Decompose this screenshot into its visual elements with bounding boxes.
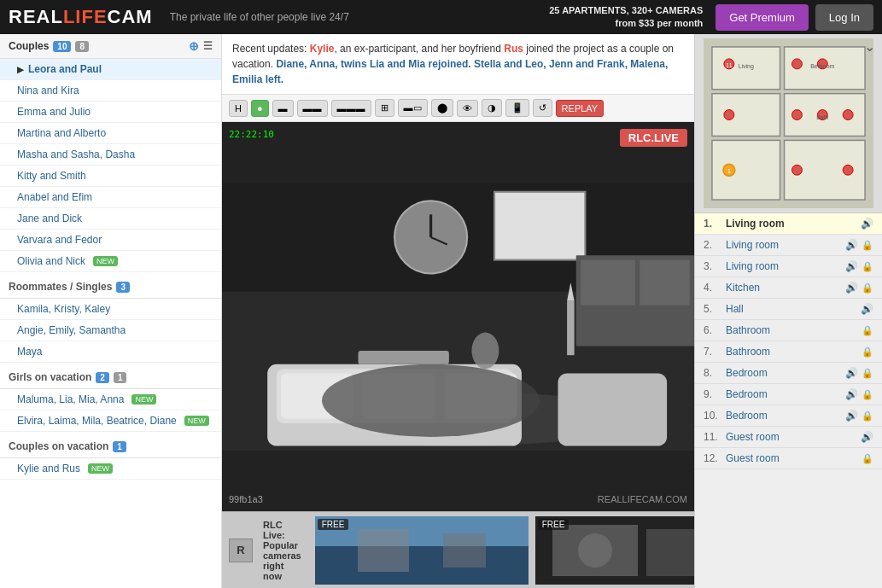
sidebar-item-nina-kira[interactable]: Nina and Kira: [0, 80, 221, 102]
ctrl-h-button[interactable]: H: [229, 100, 248, 117]
ctrl-replay-button[interactable]: REPLAY: [556, 100, 605, 117]
news-bar: Recent updates: Kylie, an ex-participant…: [222, 34, 694, 95]
room-item-11[interactable]: 11. Guest room 🔊: [695, 427, 882, 448]
couples-menu[interactable]: ☰: [203, 40, 213, 52]
camera-watermark: REALLIFECAM.COM: [598, 494, 687, 504]
ctrl-view1-button[interactable]: ▬: [272, 100, 294, 117]
ctrl-grid-button[interactable]: ⊞: [375, 99, 394, 117]
sidebar-item-maluma[interactable]: Maluma, Lia, Mia, Anna NEW: [0, 389, 221, 410]
room-name: Guest room: [726, 431, 857, 443]
sidebar-item-olivia-nick[interactable]: Olivia and Nick NEW: [0, 251, 221, 272]
sound-icon: 🔊: [845, 388, 858, 400]
sound-icon: 🔊: [861, 303, 873, 315]
room-item-6[interactable]: 6. Bathroom 🔒: [695, 320, 882, 341]
thumbnail-2[interactable]: FREE: [535, 516, 694, 585]
room-item-4[interactable]: 4. Kitchen 🔊 🔒: [695, 277, 882, 299]
room-num: 11.: [704, 431, 719, 443]
couples-vac-label: Couples on vacation: [9, 440, 108, 452]
couple-name: Jane and Dick: [17, 212, 82, 224]
svg-rect-23: [315, 546, 529, 585]
svg-point-43: [791, 59, 802, 69]
room-name: Living room: [726, 239, 842, 251]
couple-name: Kitty and Smith: [17, 170, 86, 182]
sound-icon: 🔊: [861, 431, 873, 443]
room-name: Bedroom: [726, 367, 842, 379]
camera-image: [222, 122, 694, 511]
couple-name: Emma and Julio: [17, 106, 91, 118]
couples-label: Couples: [9, 40, 49, 52]
main-layout: Couples 10 8 ⊕ ☰ ▶ Leora and Paul Nina a…: [0, 34, 882, 588]
live-badge: RLC.LIVE: [620, 129, 687, 147]
ctrl-cam-button[interactable]: ⬤: [431, 99, 453, 117]
sidebar-item-emma-julio[interactable]: Emma and Julio: [0, 102, 221, 123]
logo-cam: CAM: [108, 6, 153, 27]
lock-icon: 🔒: [862, 282, 873, 294]
ctrl-half-button[interactable]: ◑: [482, 99, 502, 117]
sidebar-item-maya[interactable]: Maya: [0, 341, 221, 363]
room-item-7[interactable]: 7. Bathroom 🔒: [695, 341, 882, 363]
bottom-section: R RLC Live: Popular cameras right now FR…: [222, 511, 694, 588]
svg-point-45: [724, 110, 734, 120]
floor-plan-svg: 11 1 Living Bedroom Bath: [699, 38, 878, 208]
sidebar-item-masha-sasha[interactable]: Masha and Sasha, Dasha: [0, 144, 221, 166]
lock-icon: 🔒: [862, 346, 873, 358]
sidebar-item-elvira[interactable]: Elvira, Laima, Mila, Beatrice, Diane NEW: [0, 410, 221, 432]
sound-icon: 🔊: [845, 239, 858, 251]
svg-text:Living: Living: [739, 63, 754, 70]
camera-timestamp: 22:22:10: [229, 129, 274, 140]
ctrl-replay-icon-button[interactable]: ↺: [533, 99, 552, 117]
sidebar-item-kamila[interactable]: Kamila, Kristy, Kaley: [0, 299, 221, 320]
couple-name: Martina and Alberto: [17, 127, 106, 139]
room-num: 9.: [704, 388, 719, 400]
couple-name: Leora and Paul: [28, 63, 102, 75]
ctrl-eye-button[interactable]: 👁: [457, 100, 478, 117]
ctrl-view4-button[interactable]: ▬▭: [398, 99, 428, 117]
room-name: Guest room: [726, 452, 858, 464]
svg-rect-28: [646, 529, 694, 576]
sidebar-item-anabel-efim[interactable]: Anabel and Efim: [0, 187, 221, 208]
room-num: 2.: [704, 239, 719, 251]
sidebar-item-leora-paul[interactable]: ▶ Leora and Paul: [0, 59, 221, 80]
room-item-8[interactable]: 8. Bedroom 🔊 🔒: [695, 363, 882, 384]
sidebar-item-varvara-fedor[interactable]: Varvara and Fedor: [0, 230, 221, 251]
lock-icon: 🔒: [862, 240, 873, 251]
ctrl-record-button[interactable]: ●: [251, 100, 269, 117]
room-item-10[interactable]: 10. Bedroom 🔊 🔒: [695, 405, 882, 427]
premium-button[interactable]: Get Premium: [716, 4, 809, 31]
new-badge: NEW: [184, 416, 209, 426]
couples-vacation-header: Couples on vacation 1: [0, 435, 221, 458]
room-item-9[interactable]: 9. Bedroom 🔊 🔒: [695, 384, 882, 405]
roommate-name: Angie, Emily, Samantha: [17, 324, 126, 336]
ctrl-view2-button[interactable]: ▬▬: [297, 100, 328, 117]
girl-name: Maluma, Lia, Mia, Anna: [17, 393, 124, 405]
popular-label: R: [229, 539, 253, 562]
room-item-1[interactable]: 1. Living room 🔊: [695, 213, 882, 235]
svg-text:1: 1: [727, 167, 732, 175]
ctrl-mobile-button[interactable]: 📱: [505, 99, 529, 117]
sound-icon: 🔊: [845, 260, 858, 272]
news-text-1: Recent updates:: [232, 43, 310, 55]
room-item-12[interactable]: 12. Guest room 🔒: [695, 448, 882, 469]
sidebar-item-jane-dick[interactable]: Jane and Dick: [0, 208, 221, 230]
ctrl-view3-button[interactable]: ▬▬▬: [331, 100, 371, 117]
login-button[interactable]: Log In: [815, 4, 873, 31]
girls-badge-2: 1: [114, 372, 127, 383]
lock-icon: 🔒: [862, 410, 873, 422]
sidebar-item-kitty-smith[interactable]: Kitty and Smith: [0, 166, 221, 187]
thumbnail-1[interactable]: FREE: [315, 516, 529, 585]
thumb-free-badge-1: FREE: [318, 519, 349, 530]
sound-icon: 🔊: [845, 282, 858, 294]
roommates-label: Roommates / Singles: [9, 281, 112, 293]
couple-name: Varvara and Fedor: [17, 234, 102, 246]
sidebar-item-angie[interactable]: Angie, Emily, Samantha: [0, 320, 221, 341]
room-item-2[interactable]: 2. Living room 🔊 🔒: [695, 235, 882, 256]
lock-icon: 🔒: [862, 453, 873, 464]
sidebar-item-martina-alberto[interactable]: Martina and Alberto: [0, 123, 221, 144]
camera-id: 99fb1a3: [229, 494, 263, 504]
new-badge: NEW: [131, 394, 156, 405]
expand-button[interactable]: ⌄: [864, 38, 875, 55]
room-item-5[interactable]: 5. Hall 🔊: [695, 299, 882, 320]
sidebar-item-kylie-rus[interactable]: Kylie and Rus NEW: [0, 458, 221, 480]
room-item-3[interactable]: 3. Living room 🔊 🔒: [695, 256, 882, 277]
roommate-name: Maya: [17, 346, 42, 358]
